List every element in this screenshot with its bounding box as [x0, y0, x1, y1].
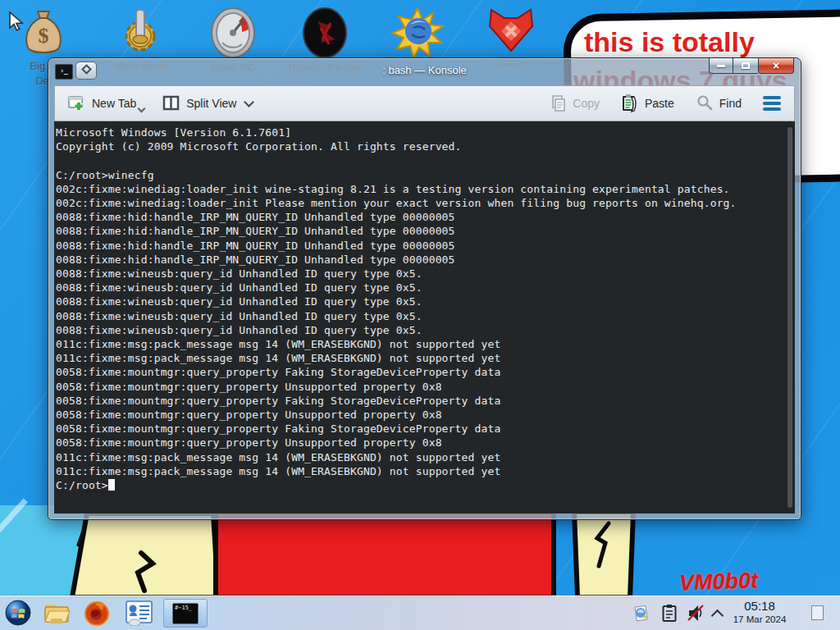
paste-icon: [621, 94, 639, 113]
file-explorer-button[interactable]: [43, 600, 71, 629]
clipboard-icon: [661, 596, 678, 630]
split-view-label: Split View: [186, 97, 236, 110]
paste-label: Paste: [645, 97, 674, 110]
paste-button[interactable]: Paste: [621, 94, 674, 113]
tray-wine-icon[interactable]: [633, 596, 650, 630]
new-tab-label: New Tab: [92, 97, 136, 110]
copy-label: Copy: [573, 97, 600, 110]
update-page-icon: [633, 596, 650, 630]
document-list-icon: [125, 600, 154, 626]
terminal-window-icon: #~15_: [172, 603, 199, 624]
find-label: Find: [719, 97, 742, 110]
taskbar-clock[interactable]: 05:18 17 Mar 2024: [727, 599, 792, 625]
konsole-window: ›_ : bash — Konsole × New Tab: [48, 57, 801, 520]
split-view-icon: [162, 94, 180, 112]
gear-icon: [115, 7, 166, 57]
minimize-icon: [717, 65, 725, 67]
new-tab-icon: [68, 94, 86, 112]
mouse-cursor-icon: [8, 11, 26, 33]
star-globe-icon: [390, 7, 445, 59]
hamburger-menu-button[interactable]: [763, 94, 781, 113]
show-desktop-button[interactable]: [811, 605, 824, 620]
find-button[interactable]: Find: [696, 94, 742, 112]
bubble-text-line1: this is totally: [584, 26, 755, 58]
tray-expand-chevron[interactable]: [711, 609, 724, 623]
terminal-cursor: [108, 479, 115, 491]
split-view-button[interactable]: Split View: [162, 94, 253, 112]
terminal-prompt: C:/root>: [56, 479, 108, 491]
firefox-button[interactable]: [83, 600, 111, 630]
start-button[interactable]: [5, 600, 31, 629]
minimize-button[interactable]: [709, 58, 733, 74]
terminal-output[interactable]: Microsoft Windows [Version 6.1.7601] Cop…: [54, 121, 795, 492]
close-icon: ×: [773, 59, 779, 72]
tray-volume-muted-icon[interactable]: [686, 596, 705, 630]
watermark-text: VM0b0t: [678, 568, 758, 596]
fox-icon: [486, 7, 536, 54]
window-toolbar: New Tab Split View Copy: [54, 85, 795, 121]
gauge-icon: [209, 7, 257, 59]
copy-button[interactable]: Copy: [550, 94, 600, 112]
folder-icon: [43, 600, 71, 626]
svg-text:$: $: [39, 24, 49, 48]
taskbar: #~15_ 05:18: [0, 596, 840, 630]
konsole-taskbar-button[interactable]: #~15_: [163, 599, 208, 628]
clock-time: 05:18: [727, 599, 792, 614]
terminal-area[interactable]: Microsoft Windows [Version 6.1.7601] Cop…: [54, 121, 795, 514]
speaker-muted-icon: [686, 596, 705, 630]
money-bag-icon: $: [20, 7, 67, 57]
find-icon: [696, 94, 714, 112]
window-title: : bash — Konsole: [48, 58, 801, 83]
new-tab-button[interactable]: New Tab: [68, 94, 144, 112]
windows-start-icon: [5, 600, 31, 626]
window-titlebar[interactable]: ›_ : bash — Konsole ×: [48, 58, 801, 85]
firefox-icon: [83, 600, 111, 628]
terminal-scrollbar[interactable]: [788, 127, 792, 508]
tray-clipboard-icon[interactable]: [661, 596, 678, 630]
clock-date: 17 Mar 2024: [727, 614, 792, 625]
maximize-button[interactable]: [733, 58, 758, 74]
chevron-down-icon: [138, 104, 146, 112]
desktop: $ Big M Del when some Kevin PC Pa: [0, 0, 840, 630]
papers-please-icon: [301, 7, 349, 59]
desktop-icon-star[interactable]: [380, 7, 455, 62]
close-button[interactable]: ×: [758, 58, 794, 74]
chevron-down-icon: [244, 97, 255, 107]
maximize-icon: [742, 62, 750, 69]
copy-icon: [550, 94, 567, 112]
app-button-bluedoc[interactable]: [125, 600, 154, 629]
